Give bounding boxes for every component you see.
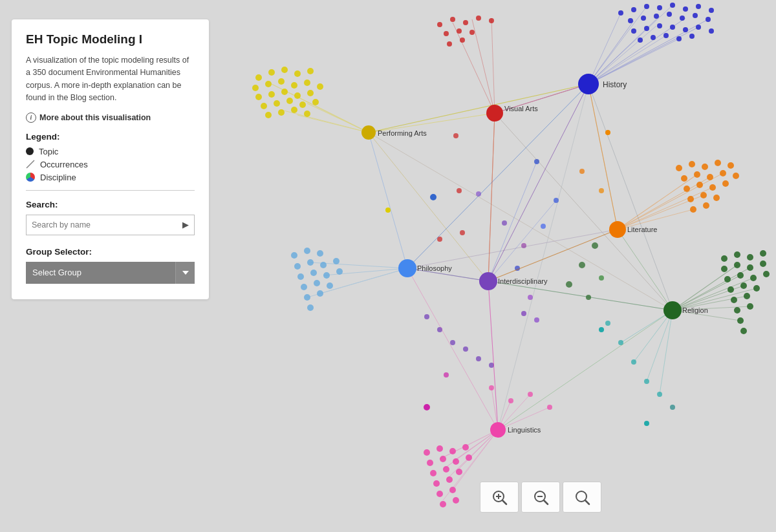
svg-point-68 bbox=[681, 175, 687, 182]
svg-point-33 bbox=[252, 85, 259, 91]
node-interdisciplinary[interactable] bbox=[479, 272, 497, 290]
svg-line-181 bbox=[588, 21, 634, 84]
svg-point-38 bbox=[317, 83, 323, 90]
svg-point-40 bbox=[268, 91, 275, 98]
svg-line-261 bbox=[407, 229, 618, 268]
religion-edges bbox=[621, 265, 757, 394]
node-history[interactable] bbox=[578, 74, 599, 94]
svg-point-116 bbox=[327, 282, 333, 289]
interdisciplinary-edges bbox=[407, 84, 673, 430]
svg-line-269 bbox=[544, 500, 548, 504]
history-top-edges bbox=[588, 5, 673, 84]
svg-point-86 bbox=[721, 266, 727, 272]
svg-point-11 bbox=[654, 14, 659, 19]
svg-point-28 bbox=[255, 74, 262, 81]
svg-point-10 bbox=[641, 16, 646, 21]
node-literature[interactable] bbox=[609, 221, 626, 238]
node-linguistics[interactable] bbox=[490, 422, 506, 438]
svg-point-84 bbox=[747, 254, 753, 261]
svg-point-14 bbox=[693, 13, 698, 18]
svg-point-54 bbox=[450, 17, 455, 22]
svg-point-6 bbox=[683, 6, 688, 12]
label-history: History bbox=[603, 80, 627, 89]
svg-point-115 bbox=[314, 280, 320, 286]
svg-line-228 bbox=[673, 275, 740, 310]
label-interdisciplinary: Interdisciplinary bbox=[498, 277, 548, 285]
svg-point-56 bbox=[476, 16, 481, 21]
node-philosophy[interactable] bbox=[398, 259, 416, 277]
svg-point-47 bbox=[299, 101, 306, 108]
zoom-in-button[interactable] bbox=[480, 482, 519, 513]
svg-point-105 bbox=[317, 250, 323, 257]
svg-point-131 bbox=[433, 480, 440, 487]
svg-point-151 bbox=[521, 243, 526, 248]
svg-line-217 bbox=[618, 175, 697, 229]
svg-point-141 bbox=[476, 356, 481, 361]
occurrences-line-icon bbox=[26, 160, 35, 169]
label-literature: Literature bbox=[627, 226, 657, 233]
svg-point-140 bbox=[463, 346, 468, 352]
history-edges bbox=[369, 16, 708, 281]
svg-line-185 bbox=[588, 27, 698, 84]
app-title: EH Topic Modeling I bbox=[26, 32, 195, 47]
svg-line-188 bbox=[472, 19, 495, 113]
svg-point-64 bbox=[689, 161, 695, 167]
scattered-dots bbox=[437, 133, 675, 410]
zoom-reset-button[interactable] bbox=[563, 482, 601, 513]
svg-point-124 bbox=[427, 460, 433, 466]
svg-line-213 bbox=[488, 84, 588, 281]
svg-line-214 bbox=[488, 113, 495, 281]
svg-line-235 bbox=[621, 310, 673, 343]
search-button[interactable]: ▶ bbox=[177, 215, 195, 235]
legend-occurrences-label: Occurrences bbox=[40, 160, 88, 169]
svg-point-102 bbox=[740, 328, 747, 334]
svg-point-157 bbox=[579, 262, 585, 268]
svg-point-121 bbox=[436, 445, 443, 452]
svg-point-109 bbox=[333, 258, 339, 264]
svg-line-227 bbox=[673, 268, 750, 310]
svg-point-99 bbox=[734, 307, 740, 314]
svg-line-224 bbox=[488, 229, 618, 281]
group-selector-title: Group Selector: bbox=[26, 247, 195, 257]
visual-arts-dots bbox=[437, 16, 494, 47]
svg-point-136 bbox=[453, 497, 459, 504]
svg-line-207 bbox=[407, 268, 498, 430]
svg-point-51 bbox=[291, 107, 297, 113]
svg-point-43 bbox=[307, 90, 314, 96]
group-selector[interactable]: Select Group bbox=[26, 262, 195, 284]
node-visual-arts[interactable] bbox=[486, 105, 503, 122]
svg-point-58 bbox=[444, 31, 449, 36]
svg-line-266 bbox=[502, 500, 506, 504]
svg-line-196 bbox=[307, 103, 369, 133]
svg-line-262 bbox=[407, 268, 673, 310]
node-performing-arts[interactable] bbox=[361, 125, 376, 140]
svg-point-104 bbox=[304, 248, 310, 254]
svg-line-189 bbox=[491, 18, 495, 113]
more-link[interactable]: i More about this visualisation bbox=[26, 112, 195, 123]
sidebar: EH Topic Modeling I A visualization of t… bbox=[12, 19, 209, 299]
node-religion[interactable] bbox=[663, 301, 682, 319]
svg-point-39 bbox=[255, 94, 262, 100]
label-linguistics: Linguistics bbox=[508, 426, 541, 434]
dot-isolated-2 bbox=[385, 207, 391, 213]
svg-point-97 bbox=[731, 297, 737, 303]
svg-point-82 bbox=[721, 255, 727, 262]
svg-point-48 bbox=[312, 99, 319, 105]
svg-point-35 bbox=[278, 78, 285, 85]
svg-line-226 bbox=[673, 265, 737, 310]
svg-point-76 bbox=[722, 180, 729, 187]
zoom-controls bbox=[480, 482, 601, 513]
svg-point-4 bbox=[657, 5, 662, 10]
search-input[interactable] bbox=[26, 215, 177, 235]
zoom-reset-icon bbox=[573, 488, 591, 506]
svg-point-144 bbox=[457, 188, 462, 193]
svg-point-159 bbox=[566, 281, 572, 288]
svg-line-218 bbox=[618, 177, 710, 229]
divider bbox=[26, 190, 195, 191]
zoom-out-button[interactable] bbox=[521, 482, 560, 513]
dot-isolated-1 bbox=[430, 194, 436, 200]
search-title: Search: bbox=[26, 200, 195, 209]
svg-line-219 bbox=[618, 173, 723, 229]
svg-point-156 bbox=[592, 242, 598, 249]
dot-isolated-4 bbox=[599, 327, 604, 332]
